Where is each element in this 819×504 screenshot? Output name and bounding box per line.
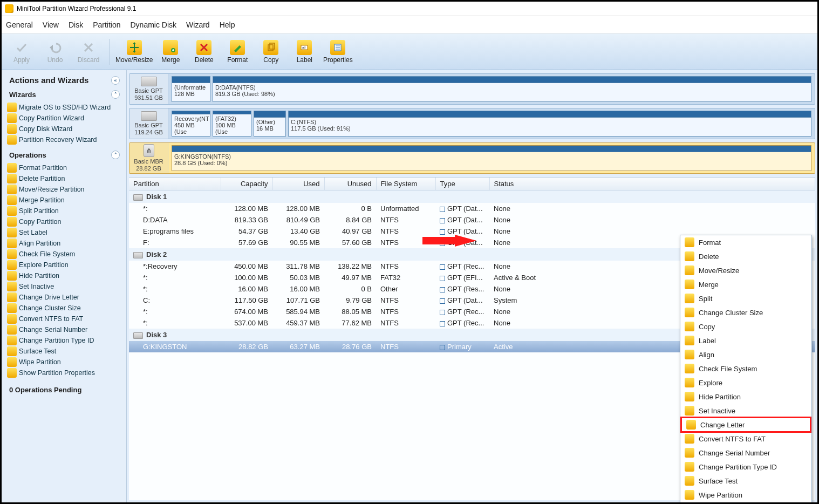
col-status[interactable]: Status [489,178,815,190]
partition-box[interactable]: (Unformatte128 MB [172,76,210,102]
cell-cap: 128.00 MB [221,203,272,214]
menu-item-label: Check File System [699,365,757,373]
partition-box[interactable]: (FAT32)100 MB (Use [213,111,251,137]
sidebar-item-change-cluster-size[interactable]: Change Cluster Size [2,303,126,314]
ctx-format[interactable]: Format [680,235,811,249]
ctx-wipe-partition[interactable]: Wipe Partition [680,488,811,502]
partition-box[interactable]: Recovery(NT450 MB (Use [172,111,210,137]
action-icon [7,314,17,324]
sidebar-item-migrate-os-to-ssd-hd-wizard[interactable]: Migrate OS to SSD/HD Wizard [2,102,126,113]
ctx-hide-partition[interactable]: Hide Partition [680,390,811,404]
sidebar-item-label: Explore Partition [19,261,69,269]
col-file-system[interactable]: File System [376,178,435,190]
sidebar-item-split-partition[interactable]: Split Partition [2,206,126,216]
ctx-change-serial-number[interactable]: Change Serial Number [680,446,811,460]
properties-button[interactable]: Properties [322,36,353,68]
partition-box[interactable]: G:KINGSTON(NTFS)28.8 GB (Used: 0%) [172,145,811,171]
cell-type: GPT (Dat... [435,214,489,226]
ctx-check-file-system[interactable]: Check File System [680,362,811,376]
sidebar-item-wipe-partition[interactable]: Wipe Partition [2,357,126,367]
sidebar-item-show-partition-properties[interactable]: Show Partition Properties [2,367,126,378]
col-partition[interactable]: Partition [129,178,221,190]
delete-button[interactable]: Delete [188,36,220,68]
disk-group-row[interactable]: Disk 1 [129,190,815,203]
label-button[interactable]: a|ILabel [289,36,320,68]
col-capacity[interactable]: Capacity [221,178,272,190]
sidebar-section-wizards[interactable]: Wizards˄ [2,88,126,101]
menu-view[interactable]: View [43,21,59,29]
menu-general[interactable]: General [6,21,33,29]
ctx-split[interactable]: Split [680,291,811,305]
ctx-convert-ntfs-to-fat[interactable]: Convert NTFS to FAT [680,432,811,446]
sidebar-item-set-label[interactable]: Set Label [2,227,126,238]
menu-wizard[interactable]: Wizard [186,21,210,29]
col-used[interactable]: Used [272,178,324,190]
sidebar-item-move-resize-partition[interactable]: Move/Resize Partition [2,184,126,195]
ctx-delete[interactable]: Delete [680,249,811,263]
sidebar-item-delete-partition[interactable]: Delete Partition [2,173,126,184]
chevron-up-icon[interactable]: ˄ [111,90,120,99]
menu-partition[interactable]: Partition [93,21,120,29]
ctx-move-resize[interactable]: Move/Resize [680,263,811,277]
sidebar-item-copy-partition-wizard[interactable]: Copy Partition Wizard [2,113,126,124]
ctx-change-letter[interactable]: Change Letter [680,417,811,433]
ctx-merge[interactable]: Merge [680,277,811,291]
sidebar-item-surface-test[interactable]: Surface Test [2,346,126,357]
partition-box[interactable]: D:DATA(NTFS)819.3 GB (Used: 98%) [213,76,811,102]
sidebar-item-copy-partition[interactable]: Copy Partition [2,216,126,227]
menu-item-label: Change Cluster Size [699,309,763,317]
copy-button[interactable]: Copy [255,36,286,68]
sidebar-item-merge-partition[interactable]: Merge Partition [2,195,126,206]
move-resize-button[interactable]: Move/Resize [115,36,153,68]
sidebar-item-align-partition[interactable]: Align Partition [2,238,126,249]
sidebar-section-operations[interactable]: Operations˄ [2,148,126,161]
ctx-change-partition-type-id[interactable]: Change Partition Type ID [680,460,811,474]
sidebar-item-hide-partition[interactable]: Hide Partition [2,270,126,281]
menu-help[interactable]: Help [220,21,235,29]
sidebar-item-format-partition[interactable]: Format Partition [2,162,126,173]
sidebar-item-change-drive-letter[interactable]: Change Drive Letter [2,292,126,303]
cell-p: *: [129,317,221,329]
menu-disk[interactable]: Disk [69,21,83,29]
sidebar-item-explore-partition[interactable]: Explore Partition [2,260,126,270]
col-unused[interactable]: Unused [324,178,376,190]
sidebar-item-change-serial-number[interactable]: Change Serial Number [2,324,126,335]
table-row[interactable]: D:DATA819.33 GB810.49 GB8.84 GBNTFSGPT (… [129,214,815,226]
table-header-row: PartitionCapacityUsedUnusedFile SystemTy… [129,178,815,190]
ctx-label[interactable]: Label [680,333,811,348]
sidebar-item-change-partition-type-id[interactable]: Change Partition Type ID [2,335,126,346]
sidebar-item-convert-ntfs-to-fat[interactable]: Convert NTFS to FAT [2,314,126,324]
disk-row[interactable]: Basic GPT931.51 GB(Unformatte128 MBD:DAT… [129,73,815,105]
partition-box[interactable]: C:(NTFS)117.5 GB (Used: 91%) [288,111,811,137]
disk-row[interactable]: Basic GPT119.24 GBRecovery(NT450 MB (Use… [129,108,815,139]
cell-un: 88.05 MB [324,306,376,317]
ctx-align[interactable]: Align [680,348,811,362]
ctx-properties[interactable]: Properties [680,502,811,502]
ctx-set-inactive[interactable]: Set Inactive [680,404,811,418]
cell-un: 138.22 MB [324,261,376,272]
sidebar-item-set-inactive[interactable]: Set Inactive [2,281,126,292]
partition-sublabel: 117.5 GB (Used: 91%) [289,125,811,133]
toolbar-label: Delete [195,56,214,64]
table-row[interactable]: *:128.00 MB128.00 MB0 BUnformattedGPT (D… [129,203,815,214]
menu-item-label: Hide Partition [699,393,741,401]
collapse-icon[interactable]: « [111,76,120,85]
sidebar-item-label: Hide Partition [19,272,59,280]
sidebar-item-copy-disk-wizard[interactable]: Copy Disk Wizard [2,124,126,134]
ctx-surface-test[interactable]: Surface Test [680,474,811,488]
partition-box[interactable]: (Other)16 MB [254,111,286,137]
chevron-up-icon[interactable]: ˄ [111,151,120,159]
menu-dynamic-disk[interactable]: Dynamic Disk [131,21,177,29]
ctx-change-cluster-size[interactable]: Change Cluster Size [680,305,811,319]
cell-cap: 117.50 GB [221,295,272,306]
sidebar-item-partition-recovery-wizard[interactable]: Partition Recovery Wizard [2,134,126,145]
merge-button[interactable]: Merge [155,36,186,68]
sidebar-item-check-file-system[interactable]: Check File System [2,249,126,260]
cell-cap: 819.33 GB [221,214,272,226]
ctx-copy[interactable]: Copy [680,319,811,333]
col-type[interactable]: Type [435,178,489,190]
format-button[interactable]: Format [222,36,253,68]
ctx-explore[interactable]: Explore [680,376,811,390]
disk-row[interactable]: ⋔Basic MBR28.82 GBG:KINGSTON(NTFS)28.8 G… [129,142,815,174]
merge-icon [163,40,178,55]
